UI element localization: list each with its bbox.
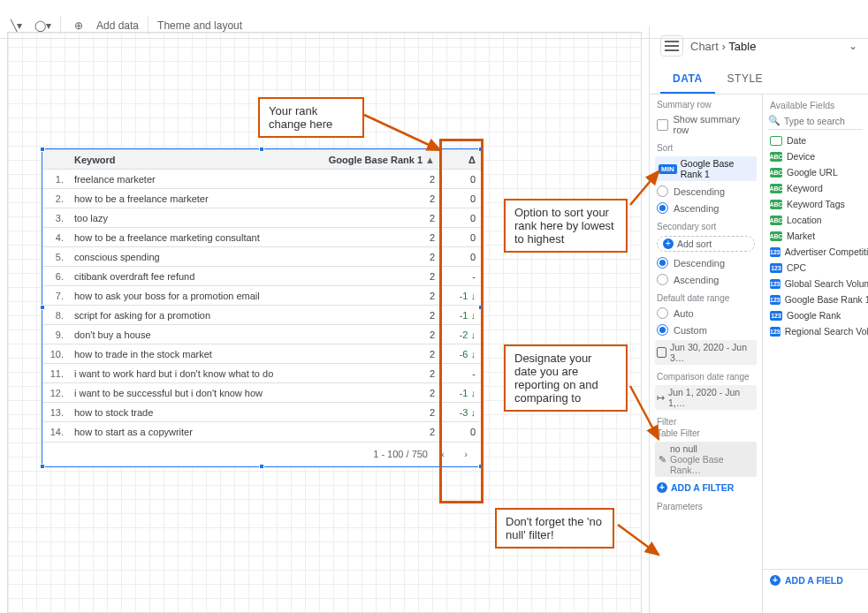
callout-date: Designate your date you are reporting on… — [504, 344, 628, 412]
col-rank[interactable]: Google Base Rank 1 ▲ — [316, 150, 440, 170]
callout-filter: Don't forget the 'no null' filter! — [495, 508, 614, 549]
show-summary-row[interactable]: Show summary row — [650, 111, 762, 138]
date-auto[interactable]: Auto — [650, 305, 762, 322]
field-item[interactable]: 123Advertiser Competition — [763, 244, 868, 260]
add-filter-button[interactable]: +ADD A FILTER — [650, 479, 762, 496]
theme-layout-button[interactable]: Theme and layout — [157, 19, 242, 32]
properties-panel: Chart › Table ⌄ DATA STYLE Summary row S… — [649, 26, 868, 613]
sort-field-pill[interactable]: MINGoogle Base Rank 1 — [655, 156, 757, 181]
field-item[interactable]: ABCKeyword — [763, 180, 868, 196]
field-item[interactable]: ABCDevice — [763, 148, 868, 164]
sort-descending[interactable]: Descending — [650, 183, 762, 200]
field-item[interactable]: 123Google Base Rank 1 — [763, 291, 868, 307]
table-row[interactable]: 1.freelance marketer20 — [42, 170, 481, 189]
field-item[interactable]: Date — [763, 132, 868, 148]
pencil-icon: ✎ — [659, 454, 666, 465]
table-row[interactable]: 8.script for asking for a promotion2-1 ↓ — [42, 306, 481, 325]
table-row[interactable]: 13.how to stock trade2-3 ↓ — [42, 403, 481, 422]
tab-style[interactable]: STYLE — [715, 65, 776, 94]
filter-chip[interactable]: ✎no nullGoogle Base Rank… — [655, 442, 757, 477]
table-row[interactable]: 3.too lazy20 — [42, 208, 481, 228]
data-config: Summary row Show summary row Sort MINGoo… — [650, 95, 763, 613]
highlight-delta-col — [439, 139, 483, 503]
field-search[interactable]: 🔍 — [768, 115, 863, 130]
shape-tool-icon[interactable]: ◯▾ — [34, 17, 51, 34]
add-data-button[interactable]: Add data — [96, 19, 139, 32]
table-row[interactable]: 2.how to be a freelance marketer20 — [42, 189, 481, 208]
tab-data[interactable]: DATA — [660, 65, 715, 94]
date-custom[interactable]: Custom — [650, 322, 762, 338]
canvas[interactable]: Keyword Google Base Rank 1 ▲ Δ 1.freelan… — [0, 26, 649, 613]
add-data-icon[interactable]: ⊕ — [70, 17, 88, 34]
comparison-range-picker[interactable]: ↦Jun 1, 2020 - Jun 1,… — [655, 385, 757, 410]
callout-rank-change: Your rank change here — [258, 97, 364, 138]
breadcrumb[interactable]: Chart › Table — [690, 40, 756, 53]
col-keyword[interactable]: Keyword — [69, 150, 316, 170]
field-item[interactable]: ABCGoogle URL — [763, 164, 868, 180]
available-fields: Available Fields 🔍 DateABCDeviceABCGoogl… — [763, 95, 868, 613]
table-row[interactable]: 6.citibank overdraft fee refund2- — [42, 267, 481, 286]
search-icon: 🔍 — [768, 115, 780, 126]
table-row[interactable]: 5.conscious spending20 — [42, 247, 481, 267]
date-range-picker[interactable]: Jun 30, 2020 - Jun 3… — [655, 340, 757, 365]
table-row[interactable]: 12.i want to be successful but i don't k… — [42, 383, 481, 403]
field-item[interactable]: ABCLocation — [763, 212, 868, 228]
table-pager: 1 - 100 / 750 ‹ › — [42, 442, 481, 466]
field-item[interactable]: ABCKeyword Tags — [763, 196, 868, 212]
table-row[interactable]: 9.don't buy a house2-2 ↓ — [42, 325, 481, 344]
sec-ascending[interactable]: Ascending — [650, 271, 762, 288]
top-toolbar: ╲▾ ◯▾ ⊕ Add data Theme and layout — [0, 12, 868, 39]
field-item[interactable]: 123Global Search Volume — [763, 276, 868, 291]
field-item[interactable]: 123Regional Search Volu… — [763, 323, 868, 339]
chevron-down-icon[interactable]: ⌄ — [849, 40, 857, 52]
line-tool-icon[interactable]: ╲▾ — [7, 17, 25, 34]
table-row[interactable]: 11.i want to work hard but i don't know … — [42, 364, 481, 383]
sec-descending[interactable]: Descending — [650, 254, 762, 271]
callout-sort: Option to sort your rank here by lowest … — [504, 199, 628, 253]
add-field-button[interactable]: +ADD A FIELD — [763, 569, 868, 591]
calendar-icon — [657, 347, 666, 358]
table-row[interactable]: 4.how to be a freelance marketing consul… — [42, 228, 481, 247]
checkbox-icon — [657, 119, 668, 131]
field-item[interactable]: 123Google Rank — [763, 307, 868, 323]
sort-ascending[interactable]: Ascending — [650, 200, 762, 216]
add-secondary-sort[interactable]: +Add sort — [657, 236, 755, 252]
table-row[interactable]: 14.how to start as a copywriter20 — [42, 422, 481, 442]
field-item[interactable]: ABCMarket — [763, 228, 868, 244]
table-row[interactable]: 7.how to ask your boss for a promotion e… — [42, 286, 481, 306]
table-row[interactable]: 10.how to trade in the stock market2-6 ↓ — [42, 344, 481, 364]
table-chart[interactable]: Keyword Google Base Rank 1 ▲ Δ 1.freelan… — [42, 148, 482, 467]
field-item[interactable]: 123CPC — [763, 260, 868, 276]
